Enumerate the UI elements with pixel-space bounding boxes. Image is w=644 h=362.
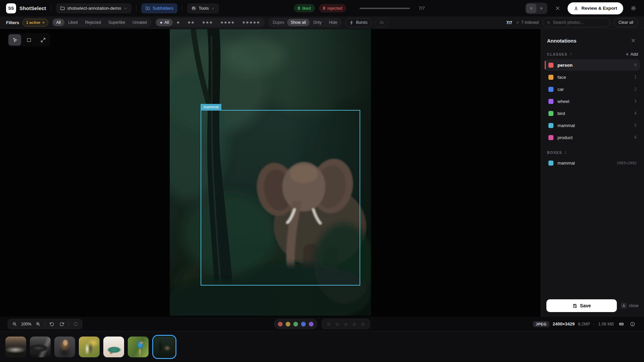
save-button[interactable]: Save: [546, 299, 617, 312]
box-name: mammal: [557, 161, 575, 166]
thumbnail-car-front-dusk[interactable]: [5, 337, 26, 357]
tools-menu[interactable]: Tools: [187, 3, 219, 13]
bounding-box-mammal[interactable]: mammal: [201, 110, 360, 286]
star-rating-4[interactable]: ☆: [352, 321, 357, 327]
star-filter-group: ★ All ★ ★★ ★★★ ★★★★ ★★★★★: [155, 18, 265, 27]
zoom-out-icon: [12, 321, 17, 326]
active-filters-badge[interactable]: 1 active ×: [22, 19, 48, 26]
class-name: car: [557, 87, 564, 92]
star-filter-3[interactable]: ★★★: [198, 19, 216, 26]
filters-title: Filters: [6, 20, 19, 25]
file-megapixels: 8.2MP: [578, 322, 590, 326]
close-shortcut-label: close: [629, 303, 639, 308]
review-export-button[interactable]: Review & Export: [568, 2, 623, 14]
class-row-wheel[interactable]: wheel 3: [545, 96, 640, 107]
reset-view-button[interactable]: [71, 320, 80, 328]
rotate-left-button[interactable]: [47, 320, 56, 328]
class-name: bird: [557, 111, 565, 116]
single-view-button[interactable]: [526, 4, 536, 13]
app-logo-text: SS: [8, 6, 14, 11]
color-label-purple[interactable]: [309, 322, 314, 326]
class-name: product: [557, 135, 573, 140]
thumbnail-wedding-couple[interactable]: [79, 337, 100, 357]
shortcuts-button[interactable]: [617, 319, 625, 329]
bursts-gap-selector[interactable]: 2s: [375, 18, 388, 27]
color-label-green[interactable]: [293, 322, 298, 326]
dupes-tab-hide[interactable]: Hide: [325, 19, 341, 26]
rating-tab-superlike[interactable]: Superlike: [105, 19, 129, 26]
close-shortcut-hint: A close: [621, 303, 639, 309]
class-color-swatch: [548, 111, 553, 116]
dupes-tab-only[interactable]: Only: [310, 19, 325, 26]
folder-name: shotselect-annotation-demo: [67, 6, 121, 11]
color-label-yellow[interactable]: [286, 322, 290, 326]
class-row-face[interactable]: face 1: [545, 71, 640, 83]
view-mode-toggle: [525, 3, 547, 14]
rating-controls: ☆ ☆ ☆ ☆ ☆: [274, 319, 370, 329]
save-label: Save: [580, 303, 591, 308]
thumbnail-elephant-forest[interactable]: [154, 337, 175, 357]
color-label-red[interactable]: [278, 322, 283, 326]
select-tool-button[interactable]: [8, 34, 21, 46]
class-color-swatch: [548, 123, 553, 128]
star-filter-all[interactable]: ★ All: [156, 19, 173, 26]
bounding-box-label[interactable]: mammal: [201, 104, 221, 111]
clear-filter-icon[interactable]: ×: [42, 20, 44, 24]
thumbnail-portrait-woman[interactable]: [54, 337, 75, 357]
sliders-icon: [191, 6, 196, 11]
divider: [68, 321, 69, 327]
fullscreen-tool-button[interactable]: [37, 34, 49, 46]
class-row-bird[interactable]: bird 4: [545, 108, 640, 119]
bursts-toggle[interactable]: Bursts: [345, 18, 372, 27]
grid-view-button[interactable]: [536, 4, 546, 13]
thumbnail-car-rear-monochrome[interactable]: [30, 337, 51, 357]
photo-count: 7/7: [506, 19, 512, 25]
color-label-blue[interactable]: [301, 322, 306, 326]
color-label-picker: [274, 319, 318, 329]
box-color-swatch: [548, 161, 553, 166]
search-box: [543, 18, 610, 27]
add-class-button[interactable]: Add: [625, 52, 638, 57]
star-filter-1[interactable]: ★: [173, 19, 184, 26]
star-filter-4[interactable]: ★★★★: [216, 19, 238, 26]
rating-tab-unrated[interactable]: Unrated: [129, 19, 151, 26]
zoom-out-button[interactable]: [10, 320, 19, 328]
star-rating-5[interactable]: ☆: [361, 321, 365, 327]
class-row-car[interactable]: car 2: [545, 83, 640, 95]
rating-tab-all[interactable]: All: [53, 19, 64, 26]
info-button[interactable]: [629, 319, 637, 329]
class-row-product[interactable]: product 6: [545, 132, 640, 143]
rating-tab-liked[interactable]: Liked: [64, 19, 82, 26]
star-rating-1[interactable]: ☆: [327, 321, 331, 327]
star-rating-2[interactable]: ☆: [335, 321, 339, 327]
zoom-in-button[interactable]: [34, 320, 42, 328]
box-row-mammal[interactable]: mammal 1903×2092: [545, 157, 640, 169]
file-dimensions: 2400×3429: [553, 321, 575, 326]
class-row-person[interactable]: person 0: [545, 59, 640, 71]
thumbnail-shoe-product[interactable]: [103, 337, 124, 357]
photo-count-value: 7/7: [506, 20, 512, 25]
single-view-icon: [530, 6, 533, 11]
annotations-close-button[interactable]: [629, 36, 638, 45]
grid-view-icon: [540, 6, 543, 11]
subfolders-toggle[interactable]: Subfolders: [141, 3, 177, 13]
close-button[interactable]: [553, 4, 562, 13]
star-rating-3[interactable]: ☆: [344, 321, 348, 327]
star-filter-2[interactable]: ★★: [183, 19, 198, 26]
rotate-right-button[interactable]: [57, 320, 66, 328]
star-filter-5[interactable]: ★★★★★: [238, 19, 264, 26]
dupes-filter-group: Dupes Show all Only Hide: [268, 18, 342, 27]
photo-canvas[interactable]: mammal: [0, 29, 541, 317]
thumbnail-kingfisher-bird[interactable]: [128, 337, 149, 357]
rating-tab-rejected[interactable]: Rejected: [82, 19, 105, 26]
search-input[interactable]: [553, 20, 606, 25]
clear-all-button[interactable]: Clear all: [614, 18, 638, 27]
dupes-tab-show-all[interactable]: Show all: [287, 19, 310, 26]
file-format-badge: JPEG: [533, 321, 549, 327]
folder-selector[interactable]: shotselect-annotation-demo: [56, 3, 131, 13]
class-name: wheel: [557, 99, 569, 104]
box-draw-tool-button[interactable]: [22, 34, 35, 46]
settings-button[interactable]: [629, 4, 638, 13]
photo-elephant-forest[interactable]: mammal: [170, 29, 371, 316]
class-row-mammal[interactable]: mammal 5: [545, 120, 640, 131]
